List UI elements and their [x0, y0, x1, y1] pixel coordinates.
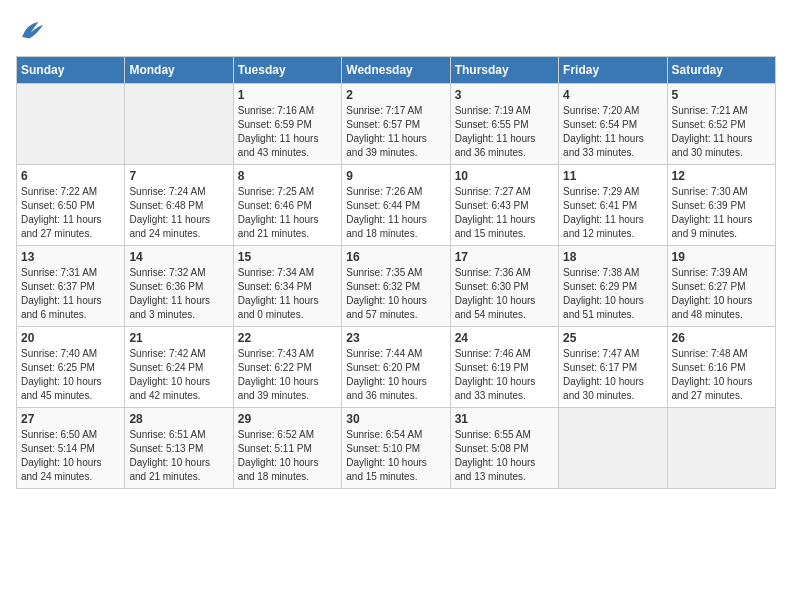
- day-number: 25: [563, 331, 662, 345]
- day-info: Sunrise: 7:31 AM Sunset: 6:37 PM Dayligh…: [21, 266, 120, 322]
- day-info: Sunrise: 6:54 AM Sunset: 5:10 PM Dayligh…: [346, 428, 445, 484]
- day-number: 14: [129, 250, 228, 264]
- day-number: 13: [21, 250, 120, 264]
- calendar-day-cell: 5Sunrise: 7:21 AM Sunset: 6:52 PM Daylig…: [667, 84, 775, 165]
- day-info: Sunrise: 7:38 AM Sunset: 6:29 PM Dayligh…: [563, 266, 662, 322]
- calendar-day-cell: 25Sunrise: 7:47 AM Sunset: 6:17 PM Dayli…: [559, 327, 667, 408]
- calendar-day-cell: 12Sunrise: 7:30 AM Sunset: 6:39 PM Dayli…: [667, 165, 775, 246]
- day-info: Sunrise: 7:42 AM Sunset: 6:24 PM Dayligh…: [129, 347, 228, 403]
- day-info: Sunrise: 6:51 AM Sunset: 5:13 PM Dayligh…: [129, 428, 228, 484]
- calendar-day-cell: 11Sunrise: 7:29 AM Sunset: 6:41 PM Dayli…: [559, 165, 667, 246]
- calendar-day-cell: 20Sunrise: 7:40 AM Sunset: 6:25 PM Dayli…: [17, 327, 125, 408]
- calendar-day-cell: 1Sunrise: 7:16 AM Sunset: 6:59 PM Daylig…: [233, 84, 341, 165]
- calendar-day-cell: 7Sunrise: 7:24 AM Sunset: 6:48 PM Daylig…: [125, 165, 233, 246]
- day-info: Sunrise: 7:36 AM Sunset: 6:30 PM Dayligh…: [455, 266, 554, 322]
- day-number: 3: [455, 88, 554, 102]
- calendar-day-cell: 19Sunrise: 7:39 AM Sunset: 6:27 PM Dayli…: [667, 246, 775, 327]
- day-info: Sunrise: 7:16 AM Sunset: 6:59 PM Dayligh…: [238, 104, 337, 160]
- day-info: Sunrise: 7:44 AM Sunset: 6:20 PM Dayligh…: [346, 347, 445, 403]
- calendar-day-cell: 24Sunrise: 7:46 AM Sunset: 6:19 PM Dayli…: [450, 327, 558, 408]
- calendar-day-cell: 10Sunrise: 7:27 AM Sunset: 6:43 PM Dayli…: [450, 165, 558, 246]
- day-number: 6: [21, 169, 120, 183]
- weekday-header-wednesday: Wednesday: [342, 57, 450, 84]
- day-info: Sunrise: 7:32 AM Sunset: 6:36 PM Dayligh…: [129, 266, 228, 322]
- calendar-week-row: 27Sunrise: 6:50 AM Sunset: 5:14 PM Dayli…: [17, 408, 776, 489]
- logo: [16, 16, 50, 46]
- day-number: 2: [346, 88, 445, 102]
- calendar-day-cell: 31Sunrise: 6:55 AM Sunset: 5:08 PM Dayli…: [450, 408, 558, 489]
- day-info: Sunrise: 7:24 AM Sunset: 6:48 PM Dayligh…: [129, 185, 228, 241]
- day-info: Sunrise: 7:17 AM Sunset: 6:57 PM Dayligh…: [346, 104, 445, 160]
- calendar-day-cell: 14Sunrise: 7:32 AM Sunset: 6:36 PM Dayli…: [125, 246, 233, 327]
- calendar-day-cell: 16Sunrise: 7:35 AM Sunset: 6:32 PM Dayli…: [342, 246, 450, 327]
- calendar-day-cell: 2Sunrise: 7:17 AM Sunset: 6:57 PM Daylig…: [342, 84, 450, 165]
- calendar-day-cell: 22Sunrise: 7:43 AM Sunset: 6:22 PM Dayli…: [233, 327, 341, 408]
- day-number: 10: [455, 169, 554, 183]
- day-number: 15: [238, 250, 337, 264]
- calendar-day-cell: 8Sunrise: 7:25 AM Sunset: 6:46 PM Daylig…: [233, 165, 341, 246]
- day-number: 30: [346, 412, 445, 426]
- weekday-header-saturday: Saturday: [667, 57, 775, 84]
- day-number: 21: [129, 331, 228, 345]
- day-info: Sunrise: 7:46 AM Sunset: 6:19 PM Dayligh…: [455, 347, 554, 403]
- day-info: Sunrise: 7:22 AM Sunset: 6:50 PM Dayligh…: [21, 185, 120, 241]
- day-info: Sunrise: 6:52 AM Sunset: 5:11 PM Dayligh…: [238, 428, 337, 484]
- calendar-day-cell: 17Sunrise: 7:36 AM Sunset: 6:30 PM Dayli…: [450, 246, 558, 327]
- day-info: Sunrise: 7:29 AM Sunset: 6:41 PM Dayligh…: [563, 185, 662, 241]
- day-number: 31: [455, 412, 554, 426]
- logo-icon: [16, 16, 46, 46]
- calendar-day-cell: 21Sunrise: 7:42 AM Sunset: 6:24 PM Dayli…: [125, 327, 233, 408]
- calendar-week-row: 20Sunrise: 7:40 AM Sunset: 6:25 PM Dayli…: [17, 327, 776, 408]
- day-info: Sunrise: 7:43 AM Sunset: 6:22 PM Dayligh…: [238, 347, 337, 403]
- day-number: 22: [238, 331, 337, 345]
- calendar-week-row: 13Sunrise: 7:31 AM Sunset: 6:37 PM Dayli…: [17, 246, 776, 327]
- day-info: Sunrise: 7:26 AM Sunset: 6:44 PM Dayligh…: [346, 185, 445, 241]
- page-header: [16, 16, 776, 46]
- day-number: 9: [346, 169, 445, 183]
- calendar-week-row: 1Sunrise: 7:16 AM Sunset: 6:59 PM Daylig…: [17, 84, 776, 165]
- calendar-body: 1Sunrise: 7:16 AM Sunset: 6:59 PM Daylig…: [17, 84, 776, 489]
- weekday-header-thursday: Thursday: [450, 57, 558, 84]
- day-info: Sunrise: 7:25 AM Sunset: 6:46 PM Dayligh…: [238, 185, 337, 241]
- weekday-header-friday: Friday: [559, 57, 667, 84]
- calendar-day-cell: 26Sunrise: 7:48 AM Sunset: 6:16 PM Dayli…: [667, 327, 775, 408]
- calendar-header: SundayMondayTuesdayWednesdayThursdayFrid…: [17, 57, 776, 84]
- day-number: 11: [563, 169, 662, 183]
- day-info: Sunrise: 7:48 AM Sunset: 6:16 PM Dayligh…: [672, 347, 771, 403]
- day-info: Sunrise: 7:39 AM Sunset: 6:27 PM Dayligh…: [672, 266, 771, 322]
- day-number: 4: [563, 88, 662, 102]
- day-number: 16: [346, 250, 445, 264]
- day-info: Sunrise: 7:34 AM Sunset: 6:34 PM Dayligh…: [238, 266, 337, 322]
- calendar-day-cell: 30Sunrise: 6:54 AM Sunset: 5:10 PM Dayli…: [342, 408, 450, 489]
- day-info: Sunrise: 7:20 AM Sunset: 6:54 PM Dayligh…: [563, 104, 662, 160]
- day-info: Sunrise: 7:21 AM Sunset: 6:52 PM Dayligh…: [672, 104, 771, 160]
- calendar-day-cell: 15Sunrise: 7:34 AM Sunset: 6:34 PM Dayli…: [233, 246, 341, 327]
- day-number: 29: [238, 412, 337, 426]
- calendar-day-cell: 23Sunrise: 7:44 AM Sunset: 6:20 PM Dayli…: [342, 327, 450, 408]
- day-number: 5: [672, 88, 771, 102]
- day-info: Sunrise: 6:55 AM Sunset: 5:08 PM Dayligh…: [455, 428, 554, 484]
- weekday-header-monday: Monday: [125, 57, 233, 84]
- calendar-table: SundayMondayTuesdayWednesdayThursdayFrid…: [16, 56, 776, 489]
- calendar-day-cell: [17, 84, 125, 165]
- day-number: 28: [129, 412, 228, 426]
- day-info: Sunrise: 7:19 AM Sunset: 6:55 PM Dayligh…: [455, 104, 554, 160]
- day-number: 24: [455, 331, 554, 345]
- weekday-header-row: SundayMondayTuesdayWednesdayThursdayFrid…: [17, 57, 776, 84]
- weekday-header-tuesday: Tuesday: [233, 57, 341, 84]
- calendar-day-cell: 29Sunrise: 6:52 AM Sunset: 5:11 PM Dayli…: [233, 408, 341, 489]
- calendar-week-row: 6Sunrise: 7:22 AM Sunset: 6:50 PM Daylig…: [17, 165, 776, 246]
- day-info: Sunrise: 7:35 AM Sunset: 6:32 PM Dayligh…: [346, 266, 445, 322]
- day-number: 27: [21, 412, 120, 426]
- calendar-day-cell: 4Sunrise: 7:20 AM Sunset: 6:54 PM Daylig…: [559, 84, 667, 165]
- day-info: Sunrise: 6:50 AM Sunset: 5:14 PM Dayligh…: [21, 428, 120, 484]
- calendar-day-cell: 13Sunrise: 7:31 AM Sunset: 6:37 PM Dayli…: [17, 246, 125, 327]
- calendar-day-cell: [667, 408, 775, 489]
- day-number: 20: [21, 331, 120, 345]
- day-info: Sunrise: 7:47 AM Sunset: 6:17 PM Dayligh…: [563, 347, 662, 403]
- calendar-day-cell: [125, 84, 233, 165]
- day-info: Sunrise: 7:40 AM Sunset: 6:25 PM Dayligh…: [21, 347, 120, 403]
- calendar-day-cell: 18Sunrise: 7:38 AM Sunset: 6:29 PM Dayli…: [559, 246, 667, 327]
- calendar-day-cell: [559, 408, 667, 489]
- calendar-day-cell: 9Sunrise: 7:26 AM Sunset: 6:44 PM Daylig…: [342, 165, 450, 246]
